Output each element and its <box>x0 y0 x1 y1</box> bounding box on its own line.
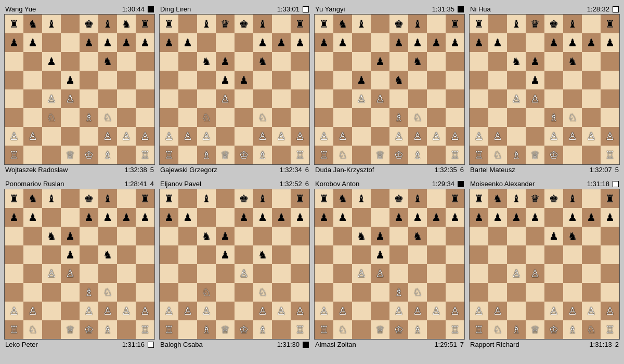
chess-square <box>216 283 235 302</box>
chess-square <box>23 245 42 264</box>
chess-square: ♞ <box>98 52 117 71</box>
chess-square <box>427 245 446 264</box>
game-footer: Almasi Zoltan1:29:517 <box>314 340 465 349</box>
chess-piece: ♙ <box>605 306 615 316</box>
chess-piece: ♖ <box>450 150 460 160</box>
chess-piece: ♙ <box>47 268 56 279</box>
chess-square: ♘ <box>197 108 216 127</box>
chess-square <box>526 283 544 302</box>
chess-square: ♟ <box>253 208 272 227</box>
chess-piece: ♞ <box>103 56 112 67</box>
chess-square <box>371 108 389 127</box>
chess-square <box>526 127 544 146</box>
chess-square: ♟ <box>427 33 446 52</box>
chess-square: ♟ <box>488 33 507 52</box>
clock-icon <box>458 6 464 12</box>
chess-square <box>197 245 216 264</box>
chess-piece: ♟ <box>258 37 267 48</box>
chess-square: ♙ <box>371 89 389 108</box>
top-time: 1:28:41 <box>124 180 147 188</box>
chess-piece: ♚ <box>394 19 404 29</box>
chess-square: ♙ <box>582 302 601 320</box>
chess-square: ♙ <box>253 127 272 146</box>
chess-square: ♖ <box>470 146 488 164</box>
chess-piece: ♟ <box>47 56 56 67</box>
chess-square: ♔ <box>544 320 563 339</box>
chess-square: ♞ <box>389 71 408 89</box>
chess-square <box>352 302 371 320</box>
chess-square: ♘ <box>333 320 352 339</box>
chess-square <box>507 227 526 245</box>
chess-square: ♖ <box>601 146 619 164</box>
chess-square: ♟ <box>526 208 544 227</box>
chess-square <box>446 108 464 127</box>
chess-square: ♙ <box>582 127 601 146</box>
chess-piece: ♝ <box>103 193 112 204</box>
chess-square <box>507 33 526 52</box>
chess-piece: ♞ <box>47 231 56 241</box>
chess-square: ♟ <box>601 208 619 227</box>
chess-piece: ♙ <box>432 306 441 316</box>
chess-square: ♝ <box>563 15 582 33</box>
chess-square <box>582 52 601 71</box>
chess-square <box>408 71 427 89</box>
chess-piece: ♞ <box>28 193 37 204</box>
chess-square <box>235 89 253 108</box>
chess-square: ♘ <box>23 320 42 339</box>
chess-piece: ♙ <box>103 131 112 141</box>
chess-square <box>272 320 291 339</box>
chess-square: ♝ <box>253 189 272 208</box>
chess-piece: ♞ <box>202 56 211 67</box>
chess-square: ♟ <box>216 71 235 89</box>
chess-piece: ♙ <box>183 306 192 316</box>
chess-piece: ♙ <box>587 306 596 316</box>
chess-piece: ♖ <box>9 150 19 160</box>
chess-square: ♘ <box>253 108 272 127</box>
chess-piece: ♛ <box>530 193 540 204</box>
chess-square <box>61 15 80 33</box>
game-header: Wang Yue1:30:44 <box>4 4 155 14</box>
chess-square: ♟ <box>178 208 197 227</box>
chess-piece: ♔ <box>239 324 249 335</box>
top-time: 1:33:01 <box>277 5 300 13</box>
chess-square: ♝ <box>408 189 427 208</box>
chess-square: ♙ <box>23 127 42 146</box>
chess-square: ♟ <box>216 245 235 264</box>
chess-piece: ♟ <box>84 212 94 223</box>
chess-square: ♙ <box>427 127 446 146</box>
top-player-name: Yu Yangyi <box>315 5 345 13</box>
chess-square: ♙ <box>333 127 352 146</box>
chess-square <box>5 227 23 245</box>
chess-square: ♙ <box>178 127 197 146</box>
top-time-info: 1:33:01 <box>277 5 309 13</box>
chess-piece: ♞ <box>568 56 577 67</box>
chess-square <box>352 146 371 164</box>
chess-piece: ♖ <box>474 150 484 160</box>
chess-square <box>507 302 526 320</box>
chess-square <box>544 71 563 89</box>
chess-square: ♞ <box>333 189 352 208</box>
chess-square <box>42 146 61 164</box>
chess-square: ♟ <box>216 227 235 245</box>
chess-piece: ♟ <box>140 212 150 223</box>
chess-square: ♕ <box>526 146 544 164</box>
chess-piece: ♟ <box>220 250 230 260</box>
chess-square: ♙ <box>563 302 582 320</box>
chess-piece: ♜ <box>164 19 174 29</box>
bottom-time-info: 1:31:132 <box>589 341 619 348</box>
chess-square <box>117 245 136 264</box>
chess-square <box>23 227 42 245</box>
chess-square: ♗ <box>389 283 408 302</box>
chess-piece: ♟ <box>28 212 37 223</box>
chess-square <box>470 283 488 302</box>
chess-piece: ♙ <box>319 131 329 141</box>
chess-piece: ♟ <box>605 212 615 223</box>
chess-square <box>315 283 333 302</box>
chess-square <box>371 208 389 227</box>
chess-square: ♟ <box>61 71 80 89</box>
chess-square: ♕ <box>216 146 235 164</box>
chess-square <box>80 127 98 146</box>
chess-piece: ♟ <box>122 212 131 223</box>
chess-piece: ♙ <box>375 94 385 104</box>
chess-square <box>333 52 352 71</box>
